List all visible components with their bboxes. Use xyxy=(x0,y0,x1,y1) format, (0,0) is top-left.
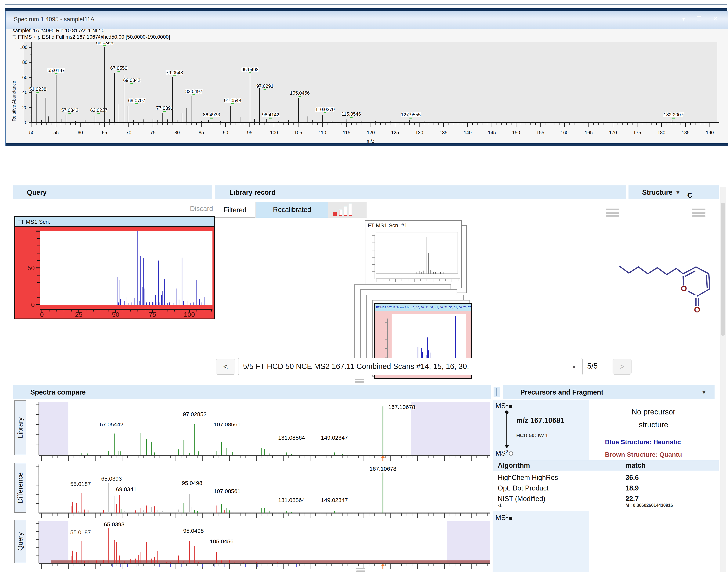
svg-text:131.08564: 131.08564 xyxy=(278,497,305,503)
window-top-border xyxy=(5,8,727,11)
structure-collapse-icon[interactable]: ▼ xyxy=(675,189,681,196)
difference-compare-plot[interactable]: 55.018765.039369.034195.0498107.08561131… xyxy=(27,463,492,520)
algorithm-table-header: Algorithm match xyxy=(493,460,719,471)
window-menu-icon[interactable]: ▾ xyxy=(682,16,690,22)
tab-recalibrated[interactable]: Recalibrated xyxy=(256,202,328,218)
window-left-border xyxy=(5,11,6,146)
splitter-grip-top-bar2[interactable] xyxy=(355,381,364,382)
algorithm-row-dotproduct[interactable]: Opt. Dot Product18.9 xyxy=(493,483,719,493)
svg-text:65.0393: 65.0393 xyxy=(101,476,122,482)
app-window: Spectrum 1 4095 - samplef11A ▾ ❐ ✕ sampl… xyxy=(0,0,728,572)
ms1-thumbnail-card[interactable]: FT MS1 Scn. #1 xyxy=(365,220,462,288)
svg-text:127.9555: 127.9555 xyxy=(401,112,421,117)
carbonyl-oxygen-atom: O xyxy=(694,305,700,314)
svg-text:165: 165 xyxy=(585,130,593,135)
library-record-title: Library record xyxy=(229,189,275,197)
panel-separator xyxy=(494,387,500,398)
algorithm-footnote-right: M : 0.366026014430916 xyxy=(626,503,673,508)
precursor-arrow xyxy=(500,408,515,451)
svg-text:115.0546: 115.0546 xyxy=(341,111,361,117)
svg-text:69.0342: 69.0342 xyxy=(123,78,140,83)
brown-structure-note: Brown Structure: Quantu xyxy=(605,451,718,458)
algorithm-footnote-left: -1 xyxy=(498,503,501,508)
query-panel-title: Query xyxy=(27,189,47,197)
query-spectrum-card[interactable]: FT MS1 Scn. 0500255075100 xyxy=(14,216,215,319)
scan-info-line1: samplef11A #4095 RT: 10.81 AV: 1 NL: 0 xyxy=(12,28,104,33)
next-scan-button[interactable]: > xyxy=(613,359,632,375)
window-bottom-border xyxy=(5,143,728,146)
svg-text:97.02852: 97.02852 xyxy=(183,411,207,417)
svg-text:50: 50 xyxy=(112,311,119,318)
ms2-node-label: MS2 xyxy=(495,449,513,457)
library-compare-plot[interactable]: 67.0544297.02852107.08561131.08564149.02… xyxy=(27,401,492,463)
row-label-query: Query xyxy=(14,520,26,563)
svg-text:110: 110 xyxy=(319,130,326,135)
splitter-grip-bottom-bar2[interactable] xyxy=(356,570,365,572)
match-col-header: match xyxy=(626,461,646,470)
library-panel-grip-icon[interactable] xyxy=(606,209,620,218)
window-pin-icon[interactable]: ❐ xyxy=(697,16,707,22)
precursors-header[interactable]: Precursors and Fragment ▼ xyxy=(503,385,715,399)
row-label-difference: Difference xyxy=(14,463,26,513)
svg-text:20: 20 xyxy=(22,105,27,110)
scan-dropdown-value: 5/5 FT HCD 50 NCE MS2 167.11 Combined Sc… xyxy=(243,362,469,371)
splitter-grip-bottom-bar1[interactable] xyxy=(356,568,365,569)
library-record-panel-header[interactable]: Library record xyxy=(215,186,626,199)
svg-text:131.08564: 131.08564 xyxy=(278,435,305,441)
splitter-grip-top-bar1[interactable] xyxy=(355,379,364,380)
spectra-compare-header[interactable]: Spectra compare xyxy=(13,385,491,399)
svg-text:77.0391: 77.0391 xyxy=(156,105,173,111)
recalibration-chart-icon[interactable] xyxy=(333,204,361,217)
discard-button[interactable]: Discard xyxy=(167,205,213,213)
svg-text:105: 105 xyxy=(294,130,302,135)
query-compare-plot[interactable]: 55.018765.039395.0498105.0456 xyxy=(27,520,492,571)
row-label-library: Library xyxy=(14,401,26,455)
query-card-title: FT MS1 Scn. xyxy=(15,217,214,227)
svg-text:100: 100 xyxy=(270,130,278,135)
svg-text:86.4933: 86.4933 xyxy=(203,112,220,117)
compare-precursor-divider[interactable] xyxy=(492,385,492,572)
spectra-compare-title: Spectra compare xyxy=(30,388,86,396)
query-panel-header[interactable]: Query xyxy=(13,186,212,199)
svg-text:65.0393: 65.0393 xyxy=(96,42,113,45)
window-close-icon[interactable]: ✕ xyxy=(713,16,723,22)
svg-text:0: 0 xyxy=(40,311,44,318)
svg-text:55.0187: 55.0187 xyxy=(48,68,65,73)
svg-text:67.0550: 67.0550 xyxy=(110,65,128,71)
structure-count-badge: C1 xyxy=(687,189,690,197)
svg-text:125: 125 xyxy=(391,130,399,135)
spectrum-window-titlebar[interactable]: Spectrum 1 4095 - samplef11A ▾ ❐ ✕ xyxy=(5,11,728,29)
algorithm-row-highchem[interactable]: HighChem HighRes36.6 xyxy=(493,473,719,482)
svg-text:170: 170 xyxy=(609,130,617,135)
molecule-structure[interactable]: O O xyxy=(597,252,718,324)
vertical-scrollbar-thumb[interactable] xyxy=(721,203,725,336)
svg-text:149.02347: 149.02347 xyxy=(321,435,348,441)
prev-scan-button[interactable]: < xyxy=(216,359,235,375)
svg-text:69.0341: 69.0341 xyxy=(116,486,137,492)
structure-panel-header[interactable]: Structure ▼ C1 xyxy=(629,186,719,199)
svg-text:60: 60 xyxy=(78,130,83,135)
svg-text:180: 180 xyxy=(657,130,665,135)
main-spectrum-plot[interactable]: 0204060801005055606570758085909510010511… xyxy=(18,42,721,143)
svg-text:120: 120 xyxy=(367,130,375,135)
svg-text:155: 155 xyxy=(537,130,544,135)
ring-oxygen-atom: O xyxy=(681,284,687,293)
precursors-collapse-icon[interactable]: ▼ xyxy=(701,389,707,396)
query-overview-plot[interactable]: 0500255075100 xyxy=(15,227,214,318)
tab-filtered[interactable]: Filtered xyxy=(215,202,255,218)
svg-text:75: 75 xyxy=(149,311,156,318)
structure-panel-grip-icon[interactable] xyxy=(692,209,706,218)
svg-text:91.0548: 91.0548 xyxy=(224,98,241,103)
scan-dropdown[interactable]: 5/5 FT HCD 50 NCE MS2 167.11 Combined Sc… xyxy=(238,358,583,375)
svg-text:m/z: m/z xyxy=(367,138,374,143)
svg-text:69.0707: 69.0707 xyxy=(128,98,145,103)
precursors-title: Precursors and Fragment xyxy=(520,388,603,396)
svg-text:50: 50 xyxy=(29,130,34,135)
svg-text:55.0187: 55.0187 xyxy=(70,529,91,535)
algorithm-col-header: Algorithm xyxy=(498,461,530,470)
structure-title: Structure xyxy=(642,189,672,197)
svg-text:100: 100 xyxy=(184,311,195,318)
svg-text:115: 115 xyxy=(343,130,350,135)
spectrum-window-title: Spectrum 1 4095 - samplef11A xyxy=(14,16,94,23)
algorithm-row-nist[interactable]: NIST (Modified)22.7 xyxy=(493,494,719,504)
